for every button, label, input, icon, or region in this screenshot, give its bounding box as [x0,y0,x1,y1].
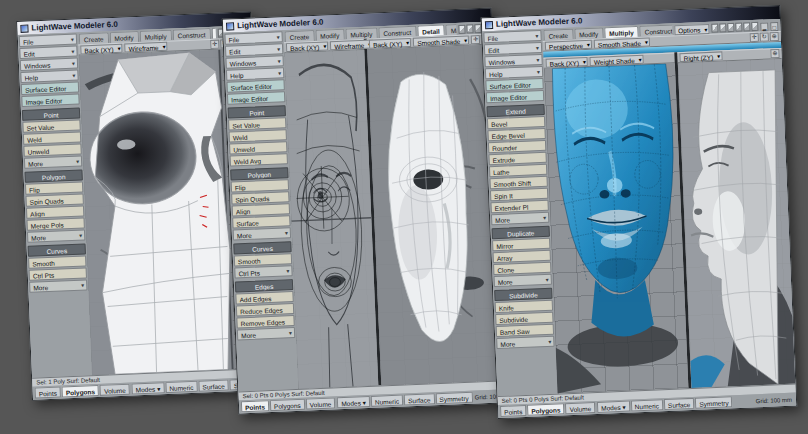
sidebar-item-label: More [28,160,43,168]
sidebar-item-label: Weld [27,136,42,144]
view-type-dropdown[interactable]: Back (XY) [546,57,589,68]
window-modeler-3[interactable]: LightWave Modeler 6.0 File Edit Windows [481,5,798,419]
sidebar-item[interactable]: Weld Avg [230,153,288,166]
tab[interactable]: Map [446,24,457,35]
sidebar-item[interactable]: Image Editor [21,94,79,107]
sidebar-item-label: Subdivide [499,316,528,324]
sidebar-item-label: Curves [252,245,273,253]
sidebar-item-label: Windows [24,62,51,70]
layer-button[interactable] [466,24,473,33]
sidebar-item[interactable]: More [29,279,87,292]
tab-label: Map [451,27,457,35]
sidebar-item-label: Subdivide [509,291,538,299]
sidebar-item-label: Help [230,72,244,80]
selection-mode-button[interactable]: Volume [100,384,130,396]
toolbar-button[interactable]: Surface [198,380,229,392]
tab-label: Modify [320,32,339,40]
sidebar-item-label: Set Value [26,124,54,132]
sidebar-item-label: Image Editor [490,94,527,103]
options-dropdown[interactable]: Options [674,24,710,35]
sidebar-item[interactable]: Image Editor [486,90,544,103]
sidebar-item-label: Windows [230,59,257,67]
pan-icon[interactable]: ✛ [471,35,480,44]
layer-button[interactable] [727,23,734,32]
sidebar-item-label: Edges [255,283,274,291]
layer-button[interactable] [719,23,726,32]
sidebar-item-label: Help [24,74,38,82]
sidebar-item-label: Add Edges [239,295,271,303]
selection-mode-button[interactable]: Points [500,405,527,417]
sidebar-item-label: More [237,232,252,240]
selection-mode-button[interactable]: Points [35,387,62,399]
selection-mode-button[interactable]: Points [241,400,269,412]
maximize-icon[interactable]: ▢ [770,22,778,31]
sidebar-item-label: Point [249,109,264,117]
sidebar-item-label: Array [497,254,513,262]
sidebar-item-label: Spin Quads [235,195,269,203]
sidebar-item[interactable]: More [27,229,85,242]
toolbar-button[interactable]: Surface [664,398,695,410]
toolbar-button[interactable]: Modes ▾ [597,401,630,413]
tab-label: Multiply [609,29,634,37]
toolbar-button[interactable]: Numeric [630,399,663,411]
layer-button[interactable] [751,22,758,31]
app-icon [485,20,493,28]
sidebar-item-label: Edit [23,50,34,57]
selection-mode-button[interactable]: Polygons [62,385,100,398]
view-type-dropdown[interactable]: Right (ZY) [679,51,722,62]
layer-button[interactable] [711,24,718,33]
sidebar-item[interactable]: More [491,212,549,225]
toolbar-button[interactable]: Surface [404,393,435,405]
sidebar-item[interactable]: More [494,274,552,287]
render-style-dropdown[interactable]: Wireframe [330,40,373,51]
toolbar-button[interactable]: Symmetry [695,396,733,409]
sidebar-item[interactable]: More [24,155,82,168]
sidebar-item[interactable]: More [496,336,554,349]
layer-button[interactable] [743,22,750,31]
pan-icon[interactable]: ✛ [750,33,759,42]
tab-label: Modify [114,34,133,42]
toolbar-button[interactable]: Modes ▾ [337,396,370,408]
viewport-weight-shade[interactable] [544,63,688,393]
view-type-dropdown[interactable]: Back (XY) [286,41,329,52]
tab[interactable]: Detail [211,28,216,39]
view-type-dropdown[interactable]: Back (XY) [80,44,123,55]
toolbar-button[interactable]: Symmetry [435,392,473,405]
selection-mode-button[interactable]: Volume [565,402,595,414]
tab-label: Modify [579,31,598,39]
sidebar-item[interactable]: More [233,227,291,240]
window-modeler-2[interactable]: LightWave Modeler 6.0 File Edit Windows [222,8,508,415]
sidebar-item-label: Surface Editor [25,85,66,94]
layer-button[interactable] [458,25,465,34]
viewport-wireframe[interactable] [284,50,378,389]
pan-icon[interactable]: ✛ [210,40,219,49]
toolbar-button[interactable]: Modes ▾ [131,382,164,394]
sidebar-item-label: More [33,284,48,292]
sidebar-item-label: Set Value [232,121,260,129]
selection-mode-button[interactable]: Volume [305,397,335,409]
sidebar-item-label: More [495,216,510,224]
selection-mode-button[interactable]: Polygons [270,399,305,411]
sidebar-item-label: Flip [235,184,246,191]
sidebar-item[interactable]: More [237,327,295,340]
sidebar-item[interactable]: Ctrl Pts [234,265,292,278]
selection-mode-button[interactable]: Polygons [527,403,565,416]
render-style-dropdown[interactable]: Wireframe [124,42,167,53]
tab-label: Detail [422,28,440,36]
sidebar-item-label: Windows [488,58,515,66]
minimize-icon[interactable]: ▂ [760,22,768,31]
sidebar-item-label: Smooth [32,260,55,268]
zoom-icon[interactable]: ⊕ [770,49,779,58]
tab-label: Create [290,33,310,41]
tab-label: Construct [177,31,205,39]
toolbar-button[interactable]: Numeric [371,395,404,407]
grid-size-label: Grid: 100 mm [756,396,795,404]
viewport-profile[interactable] [678,59,796,388]
view-type-dropdown[interactable]: Back (XY) [369,38,412,49]
toolbar-button[interactable]: Numeric [165,381,198,393]
sidebar-item[interactable]: Image Editor [227,91,285,104]
zoom-icon[interactable]: ⊕ [770,32,779,41]
sidebar-item-label: Extender Pl [495,204,529,212]
rotate-icon[interactable]: ↻ [760,32,769,41]
layer-button[interactable] [735,23,742,32]
